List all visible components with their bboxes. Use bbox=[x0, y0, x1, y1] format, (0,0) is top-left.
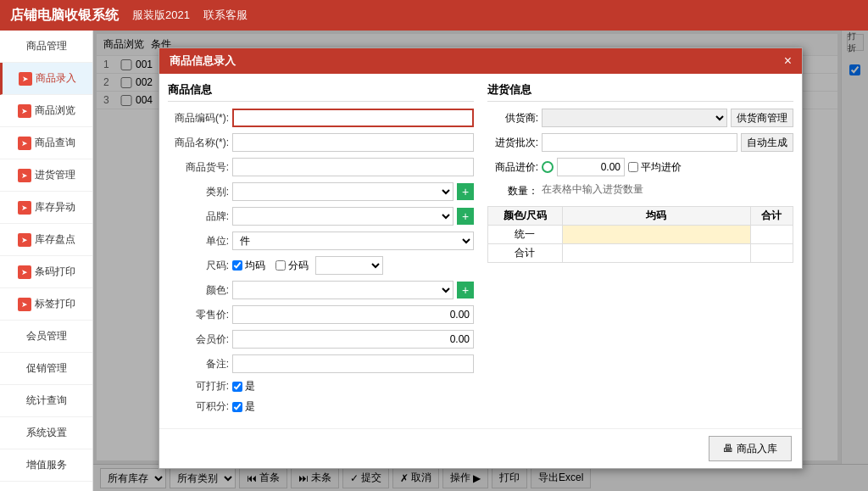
sidebar-item-sys-settings[interactable]: 系统设置 bbox=[0, 417, 92, 449]
points-checkbox-input[interactable] bbox=[232, 402, 242, 412]
table-header-uniform: 均码 bbox=[562, 207, 750, 226]
product-code-row: 商品编码(*): bbox=[168, 109, 474, 127]
table-cell-total-sum bbox=[750, 244, 793, 263]
sidebar-item-goods-mgmt[interactable]: 商品管理 bbox=[0, 31, 92, 63]
sidebar-label-value-service: 增值服务 bbox=[26, 458, 67, 472]
supplier-select[interactable] bbox=[542, 109, 727, 127]
sidebar-item-stats-query[interactable]: 统计查询 bbox=[0, 385, 92, 417]
modal-body: 商品信息 商品编码(*): 商品名称(*): bbox=[159, 74, 802, 428]
qty-hint-prefix: 数量： bbox=[487, 184, 538, 198]
size-code-text: 分码 bbox=[288, 259, 309, 273]
product-code-input[interactable] bbox=[232, 109, 474, 127]
sidebar-item-promo-mgmt[interactable]: 促销管理 bbox=[0, 353, 92, 385]
product-name-input[interactable] bbox=[232, 133, 474, 152]
product-no-input[interactable] bbox=[232, 158, 474, 176]
header-contact[interactable]: 联系客服 bbox=[203, 8, 248, 23]
discount-checkbox-input[interactable] bbox=[232, 382, 242, 392]
product-no-label: 商品货号: bbox=[168, 160, 229, 175]
discount-row: 可打折: 是 bbox=[168, 379, 474, 393]
member-price-row: 会员价: bbox=[168, 330, 474, 349]
unified-qty-input[interactable] bbox=[568, 229, 745, 241]
sidebar-label-promo-mgmt: 促销管理 bbox=[26, 361, 67, 376]
sidebar-item-value-service[interactable]: 增值服务 bbox=[0, 449, 92, 482]
size-uniform-checkbox[interactable] bbox=[232, 260, 242, 271]
sidebar-item-goods-entry[interactable]: ➤ 商品录入 bbox=[0, 63, 92, 95]
unit-row: 单位: 件 bbox=[168, 232, 474, 250]
cost-input[interactable] bbox=[557, 158, 625, 176]
supplier-label: 供货商: bbox=[487, 111, 538, 126]
color-select-input[interactable] bbox=[232, 281, 453, 299]
remark-label: 备注: bbox=[168, 357, 229, 371]
sidebar-item-goods-query[interactable]: ➤ 商品查询 bbox=[0, 127, 92, 159]
member-price-label: 会员价: bbox=[168, 332, 229, 347]
category-row: 类别: + bbox=[168, 182, 474, 201]
stock-info-panel: 进货信息 供货商: 供货商管理 进货批次: 自动生成 bbox=[487, 82, 793, 420]
unit-select-input[interactable]: 件 bbox=[232, 232, 474, 250]
retail-price-input[interactable] bbox=[232, 305, 474, 324]
points-yes-text: 是 bbox=[245, 399, 255, 414]
sidebar-item-stock-adjust[interactable]: ➤ 库存异动 bbox=[0, 192, 92, 224]
sidebar-item-goods-browse[interactable]: ➤ 商品浏览 bbox=[0, 95, 92, 127]
goods-browse-icon: ➤ bbox=[18, 104, 31, 118]
main-layout: 商品管理 ➤ 商品录入 ➤ 商品浏览 ➤ 商品查询 ➤ 进货管理 ➤ 库存异动 … bbox=[0, 31, 868, 491]
batch-input[interactable] bbox=[542, 133, 737, 152]
discount-yes-text: 是 bbox=[245, 379, 255, 393]
sidebar-label-barcode-print: 条码打印 bbox=[35, 265, 75, 279]
batch-row: 进货批次: 自动生成 bbox=[487, 133, 793, 152]
avg-price-checkbox[interactable] bbox=[628, 162, 638, 172]
sidebar: 商品管理 ➤ 商品录入 ➤ 商品浏览 ➤ 商品查询 ➤ 进货管理 ➤ 库存异动 … bbox=[0, 31, 93, 491]
size-row: 尺码: 均码 分码 bbox=[168, 256, 474, 275]
sidebar-item-member-mgmt[interactable]: 会员管理 bbox=[0, 321, 92, 353]
qty-hint-text: 在表格中输入进货数量 bbox=[542, 182, 643, 197]
table-cell-unified-value[interactable] bbox=[562, 226, 750, 244]
auto-gen-button[interactable]: 自动生成 bbox=[741, 133, 793, 152]
category-select-input[interactable] bbox=[232, 182, 453, 201]
stock-in-icon: 🖶 bbox=[723, 443, 733, 455]
size-uniform-label[interactable]: 均码 bbox=[232, 259, 265, 273]
sidebar-item-stock-mgmt[interactable]: ➤ 进货管理 bbox=[0, 159, 92, 192]
cost-row: 商品进价: 平均进价 bbox=[487, 158, 793, 176]
stock-in-label: 商品入库 bbox=[737, 442, 777, 456]
discount-option[interactable]: 是 bbox=[232, 379, 255, 393]
unit-label: 单位: bbox=[168, 234, 229, 248]
table-row-unified: 统一 bbox=[488, 226, 793, 244]
discount-label: 可打折: bbox=[168, 379, 229, 393]
brand-label: 品牌: bbox=[168, 209, 229, 224]
sidebar-item-barcode-print[interactable]: ➤ 条码打印 bbox=[0, 256, 92, 288]
category-add-button[interactable]: + bbox=[457, 183, 474, 200]
points-option[interactable]: 是 bbox=[232, 399, 255, 414]
avg-price-option[interactable]: 平均进价 bbox=[628, 160, 682, 175]
sidebar-label-stats-query: 统计查询 bbox=[26, 393, 67, 408]
color-add-button[interactable]: + bbox=[457, 282, 474, 299]
product-no-row: 商品货号: bbox=[168, 158, 474, 176]
modal-footer: 🖶 商品入库 bbox=[159, 428, 802, 468]
points-row: 可积分: 是 bbox=[168, 399, 474, 414]
product-info-panel: 商品信息 商品编码(*): 商品名称(*): bbox=[168, 82, 474, 420]
goods-entry-icon: ➤ bbox=[19, 72, 32, 86]
modal-header: 商品信息录入 × bbox=[159, 48, 802, 74]
sidebar-item-inventory[interactable]: ➤ 库存盘点 bbox=[0, 224, 92, 256]
modal-overlay: 商品信息录入 × 商品信息 商品编码(*): bbox=[93, 31, 868, 491]
modal-close-button[interactable]: × bbox=[784, 54, 792, 68]
member-price-input[interactable] bbox=[232, 330, 474, 349]
sidebar-label-label-print: 标签打印 bbox=[35, 297, 75, 311]
size-code-label[interactable]: 分码 bbox=[275, 259, 309, 273]
qty-hint-row: 数量： 在表格中输入进货数量 bbox=[487, 182, 793, 200]
size-detail-select[interactable] bbox=[315, 256, 383, 275]
brand-select-input[interactable] bbox=[232, 207, 453, 226]
brand-add-button[interactable]: + bbox=[457, 208, 474, 225]
stock-in-button[interactable]: 🖶 商品入库 bbox=[709, 436, 792, 461]
brand-row: 品牌: + bbox=[168, 207, 474, 226]
sidebar-label-goods-browse: 商品浏览 bbox=[35, 103, 75, 118]
size-label: 尺码: bbox=[168, 259, 229, 273]
retail-price-row: 零售价: bbox=[168, 305, 474, 324]
size-code-checkbox[interactable] bbox=[275, 260, 286, 271]
modal-title: 商品信息录入 bbox=[170, 53, 236, 69]
header-subtitle[interactable]: 服装版2021 bbox=[132, 8, 190, 23]
supplier-mgmt-button[interactable]: 供货商管理 bbox=[731, 109, 793, 127]
sidebar-item-label-print[interactable]: ➤ 标签打印 bbox=[0, 288, 92, 321]
goods-query-icon: ➤ bbox=[18, 137, 31, 150]
remark-input[interactable] bbox=[232, 354, 474, 373]
avg-price-text: 平均进价 bbox=[641, 160, 682, 175]
right-panel-title: 进货信息 bbox=[487, 82, 793, 102]
